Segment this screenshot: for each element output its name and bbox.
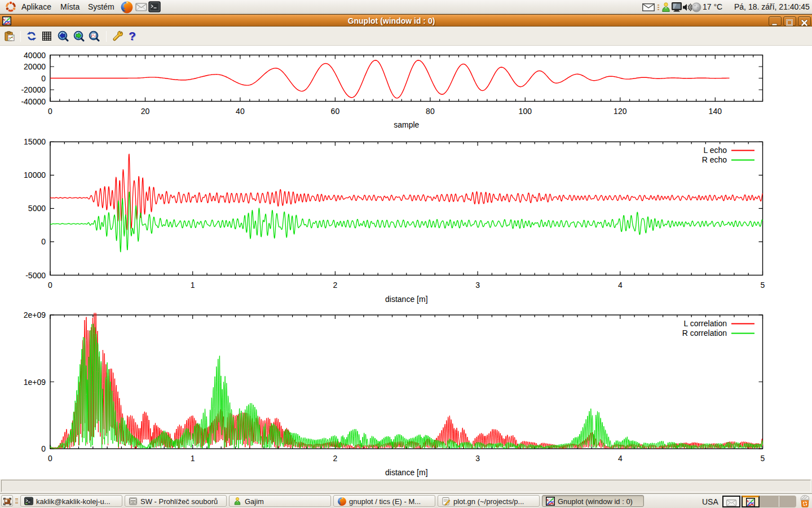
- svg-text:1: 1: [191, 281, 195, 290]
- svg-text:2: 2: [333, 281, 338, 290]
- svg-text:0: 0: [48, 281, 52, 290]
- svg-text:1e+09: 1e+09: [24, 378, 46, 387]
- svg-text:4: 4: [618, 454, 623, 463]
- svg-text:0: 0: [48, 107, 52, 116]
- svg-text:L correlation: L correlation: [683, 319, 727, 328]
- svg-text:0: 0: [41, 444, 46, 453]
- svg-text:3: 3: [475, 454, 480, 463]
- svg-text:-20000: -20000: [21, 85, 46, 94]
- svg-text:distance [m]: distance [m]: [385, 295, 427, 304]
- svg-text:2e+09: 2e+09: [24, 310, 46, 319]
- svg-text:120: 120: [614, 107, 627, 116]
- svg-text:5000: 5000: [28, 204, 46, 213]
- svg-text:0: 0: [41, 74, 46, 83]
- svg-text:sample: sample: [394, 120, 419, 129]
- svg-text:R echo: R echo: [702, 155, 727, 164]
- svg-text:40000: 40000: [24, 51, 46, 60]
- svg-text:140: 140: [709, 107, 722, 116]
- svg-text:5: 5: [761, 281, 765, 290]
- svg-text:60: 60: [331, 107, 340, 116]
- svg-text:1: 1: [191, 454, 195, 463]
- svg-text:L echo: L echo: [703, 146, 727, 155]
- svg-text:2: 2: [333, 454, 338, 463]
- svg-text:5: 5: [761, 454, 765, 463]
- svg-text:0: 0: [48, 454, 52, 463]
- svg-text:-5000: -5000: [25, 271, 46, 280]
- svg-text:-40000: -40000: [21, 97, 46, 106]
- svg-text:R correlation: R correlation: [682, 329, 727, 338]
- svg-text:80: 80: [426, 107, 435, 116]
- svg-text:distance [m]: distance [m]: [385, 468, 427, 477]
- svg-text:0: 0: [41, 237, 46, 246]
- svg-text:3: 3: [475, 281, 480, 290]
- svg-text:20000: 20000: [24, 62, 46, 71]
- svg-text:20: 20: [141, 107, 150, 116]
- svg-text:100: 100: [519, 107, 532, 116]
- svg-text:4: 4: [618, 281, 623, 290]
- svg-text:40: 40: [236, 107, 245, 116]
- svg-text:15000: 15000: [24, 137, 46, 146]
- svg-text:10000: 10000: [24, 170, 46, 179]
